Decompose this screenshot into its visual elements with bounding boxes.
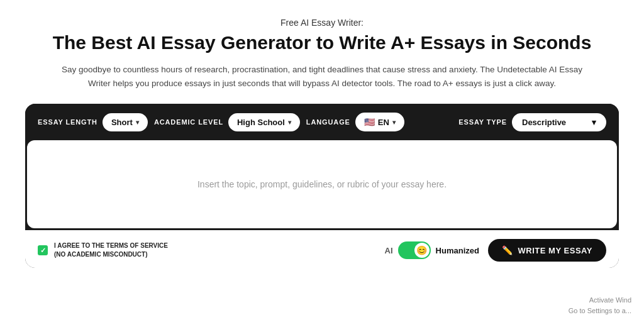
activate-windows-notice: Activate Wind Go to Settings to a... [569, 295, 631, 316]
ai-label: AI [385, 246, 393, 255]
write-essay-label: WRITE MY ESSAY [518, 246, 592, 255]
description-text: Say goodbye to countless hours of resear… [52, 63, 592, 90]
terms-area: ✓ I AGREE TO THE TERMS OF SERVICE (NO AC… [38, 241, 168, 259]
essay-length-label: ESSAY LENGTH [38, 118, 97, 126]
toolbar: ESSAY LENGTH Short ▾ ACADEMIC LEVEL High… [25, 104, 619, 140]
humanized-label: Humanized [436, 246, 479, 255]
language-chevron-icon: ▾ [392, 119, 396, 126]
essay-length-value: Short [111, 118, 133, 127]
essay-length-chevron-icon: ▾ [136, 119, 139, 126]
essay-textarea-placeholder: Insert the topic, prompt, guidelines, or… [197, 179, 447, 189]
language-label: LANGUAGE [306, 118, 350, 126]
main-title: The Best AI Essay Generator to Write A+ … [25, 31, 619, 54]
pencil-icon: ✏️ [502, 245, 513, 255]
checkbox-check-icon: ✓ [40, 247, 46, 255]
toggle-thumb: 😊 [414, 243, 430, 258]
terms-text: I AGREE TO THE TERMS OF SERVICE (NO ACAD… [54, 241, 168, 259]
academic-level-select[interactable]: High School ▾ [228, 113, 300, 131]
humanize-toggle[interactable]: 😊 [398, 241, 431, 259]
ai-humanized-toggle: AI 😊 Humanized [385, 241, 479, 259]
essay-tool-container: ESSAY LENGTH Short ▾ ACADEMIC LEVEL High… [25, 104, 619, 268]
subtitle: Free AI Essay Writer: [25, 18, 619, 28]
academic-level-chevron-icon: ▾ [288, 119, 291, 126]
essay-type-chevron-icon: ▾ [592, 118, 596, 127]
academic-level-value: High School [237, 118, 285, 127]
academic-level-label: ACADEMIC LEVEL [154, 118, 223, 126]
essay-type-value: Descriptive [522, 118, 566, 127]
language-value: EN [378, 118, 389, 127]
essay-type-select[interactable]: Descriptive ▾ [512, 113, 606, 131]
language-group: LANGUAGE 🇺🇸 EN ▾ [306, 113, 404, 131]
essay-type-label: ESSAY TYPE [458, 118, 507, 126]
bottom-bar: ✓ I AGREE TO THE TERMS OF SERVICE (NO AC… [25, 230, 619, 268]
academic-level-group: ACADEMIC LEVEL High School ▾ [154, 113, 300, 131]
right-controls: AI 😊 Humanized ✏️ WRITE MY ESSAY [385, 239, 606, 262]
terms-checkbox[interactable]: ✓ [38, 245, 48, 255]
essay-type-group: ESSAY TYPE Descriptive ▾ [458, 113, 606, 131]
language-select[interactable]: 🇺🇸 EN ▾ [355, 113, 404, 131]
write-essay-button[interactable]: ✏️ WRITE MY ESSAY [488, 239, 606, 262]
essay-length-group: ESSAY LENGTH Short ▾ [38, 113, 148, 131]
essay-textarea-area[interactable]: Insert the topic, prompt, guidelines, or… [27, 140, 617, 228]
language-flag-icon: 🇺🇸 [364, 117, 375, 127]
essay-length-select[interactable]: Short ▾ [103, 113, 148, 131]
